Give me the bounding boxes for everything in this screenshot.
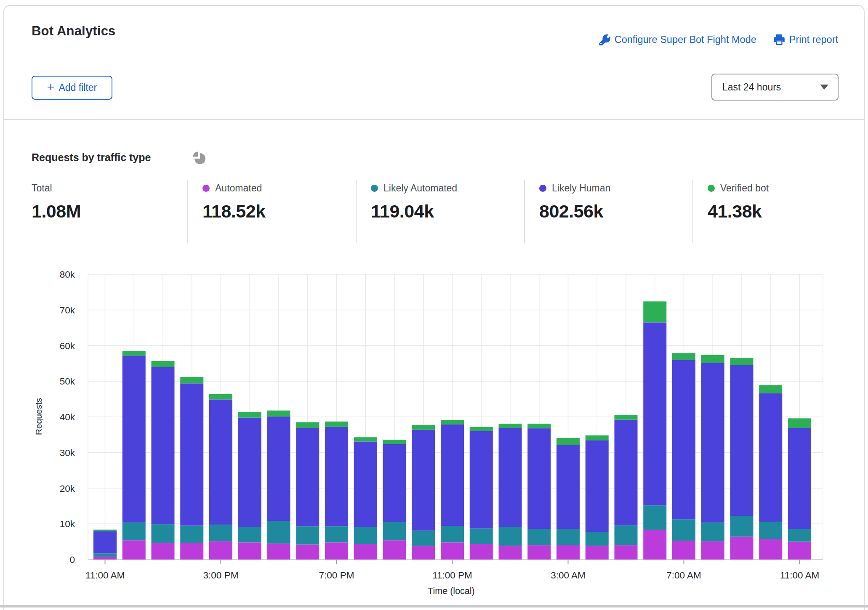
bar-segment-automated-21[interactable] [701, 541, 724, 560]
bar-segment-likely-automated-7[interactable] [296, 526, 319, 544]
bar-segment-likely-human-3[interactable] [180, 383, 203, 525]
bar-segment-likely-automated-13[interactable] [470, 528, 493, 544]
bar-segment-likely-automated-19[interactable] [643, 505, 666, 530]
bar-segment-likely-automated-4[interactable] [209, 525, 232, 541]
bar-segment-likely-human-12[interactable] [441, 424, 464, 526]
bar-segment-likely-human-13[interactable] [470, 431, 493, 528]
bar-segment-verified-bot-8[interactable] [325, 422, 348, 427]
bar-segment-verified-bot-3[interactable] [180, 377, 203, 383]
bar-segment-likely-human-15[interactable] [527, 428, 551, 529]
bar-segment-verified-bot-6[interactable] [267, 411, 290, 416]
bar-segment-likely-human-6[interactable] [267, 416, 290, 521]
bar-segment-automated-5[interactable] [238, 542, 261, 560]
bar-segment-likely-automated-6[interactable] [267, 521, 290, 543]
bar-segment-automated-16[interactable] [556, 545, 580, 560]
bar-segment-verified-bot-0[interactable] [93, 530, 117, 531]
bar-segment-verified-bot-16[interactable] [556, 438, 580, 445]
bar-segment-automated-10[interactable] [383, 540, 406, 560]
bar-segment-likely-automated-1[interactable] [122, 522, 146, 540]
bar-segment-likely-human-21[interactable] [701, 363, 724, 522]
bar-segment-verified-bot-9[interactable] [354, 437, 377, 441]
bar-segment-likely-automated-11[interactable] [412, 530, 435, 546]
bar-segment-verified-bot-10[interactable] [383, 440, 406, 444]
bar-segment-likely-automated-17[interactable] [586, 532, 609, 546]
bar-segment-automated-11[interactable] [412, 546, 435, 560]
bar-segment-verified-bot-24[interactable] [788, 418, 811, 428]
bar-segment-likely-human-11[interactable] [412, 430, 435, 531]
bar-segment-likely-automated-20[interactable] [672, 519, 695, 541]
bar-segment-likely-automated-21[interactable] [701, 522, 724, 541]
bar-segment-verified-bot-20[interactable] [672, 353, 695, 360]
bar-segment-automated-0[interactable] [93, 557, 117, 560]
bar-segment-likely-human-23[interactable] [759, 393, 782, 522]
bar-segment-verified-bot-15[interactable] [527, 424, 551, 428]
bar-segment-verified-bot-17[interactable] [586, 435, 609, 440]
bar-segment-likely-automated-9[interactable] [354, 527, 377, 544]
bar-segment-verified-bot-11[interactable] [412, 425, 435, 430]
bar-segment-likely-automated-23[interactable] [759, 522, 782, 539]
bar-segment-likely-automated-3[interactable] [180, 525, 203, 543]
bar-segment-likely-human-24[interactable] [788, 428, 811, 529]
bar-segment-automated-12[interactable] [441, 542, 464, 560]
bar-segment-likely-automated-14[interactable] [499, 527, 522, 546]
bar-segment-likely-human-2[interactable] [152, 367, 175, 524]
bar-segment-verified-bot-5[interactable] [238, 412, 261, 418]
bar-segment-verified-bot-13[interactable] [470, 427, 493, 431]
bar-segment-verified-bot-7[interactable] [296, 422, 319, 428]
bar-segment-automated-20[interactable] [672, 541, 695, 560]
bar-segment-automated-9[interactable] [354, 544, 377, 560]
bar-segment-verified-bot-22[interactable] [730, 358, 754, 365]
bar-segment-likely-human-5[interactable] [238, 418, 261, 527]
bar-segment-likely-automated-5[interactable] [238, 527, 261, 542]
bar-segment-likely-human-1[interactable] [122, 355, 146, 522]
bar-segment-verified-bot-21[interactable] [701, 355, 724, 363]
bar-segment-automated-23[interactable] [759, 539, 782, 560]
bar-segment-likely-automated-24[interactable] [788, 529, 811, 542]
bar-segment-likely-automated-2[interactable] [152, 524, 175, 543]
bar-segment-automated-17[interactable] [586, 546, 609, 560]
bar-segment-likely-automated-0[interactable] [93, 554, 117, 557]
bar-segment-likely-human-18[interactable] [615, 420, 638, 525]
bar-segment-likely-human-14[interactable] [499, 428, 522, 527]
bar-segment-likely-automated-8[interactable] [325, 526, 348, 542]
bar-segment-verified-bot-12[interactable] [441, 420, 464, 424]
bar-segment-automated-6[interactable] [267, 544, 290, 560]
bar-segment-automated-24[interactable] [788, 542, 811, 560]
bar-segment-verified-bot-23[interactable] [759, 385, 782, 393]
bar-segment-likely-human-19[interactable] [643, 322, 666, 505]
bar-segment-verified-bot-14[interactable] [499, 424, 522, 428]
bar-segment-likely-automated-22[interactable] [730, 516, 754, 537]
bar-segment-likely-automated-15[interactable] [527, 529, 551, 545]
bar-segment-automated-8[interactable] [325, 542, 348, 560]
bar-segment-likely-human-9[interactable] [354, 441, 377, 527]
bar-segment-automated-22[interactable] [730, 537, 754, 560]
bar-segment-automated-13[interactable] [470, 544, 493, 560]
bar-segment-verified-bot-19[interactable] [643, 301, 666, 322]
bar-segment-automated-1[interactable] [122, 540, 146, 560]
bar-segment-likely-human-7[interactable] [296, 428, 319, 526]
bar-segment-automated-3[interactable] [180, 543, 203, 560]
bar-segment-automated-18[interactable] [615, 545, 638, 560]
bar-segment-automated-15[interactable] [527, 545, 551, 560]
bar-segment-likely-human-22[interactable] [730, 365, 754, 516]
bar-segment-likely-human-4[interactable] [209, 399, 232, 524]
bar-segment-likely-human-10[interactable] [383, 444, 406, 522]
bar-segment-automated-2[interactable] [152, 543, 175, 560]
bar-segment-likely-automated-12[interactable] [441, 526, 464, 542]
bar-segment-likely-automated-18[interactable] [615, 525, 638, 545]
bar-segment-verified-bot-18[interactable] [615, 415, 638, 420]
bar-segment-automated-7[interactable] [296, 544, 319, 560]
bar-segment-automated-14[interactable] [499, 546, 522, 560]
bar-segment-likely-human-16[interactable] [556, 445, 580, 529]
bar-segment-verified-bot-2[interactable] [152, 361, 175, 367]
bar-segment-verified-bot-1[interactable] [122, 351, 146, 355]
bar-segment-likely-human-8[interactable] [325, 427, 348, 526]
bar-segment-automated-4[interactable] [209, 541, 232, 560]
bar-segment-automated-19[interactable] [643, 530, 666, 560]
bar-segment-likely-automated-10[interactable] [383, 522, 406, 540]
bar-segment-likely-human-0[interactable] [93, 531, 117, 554]
bar-segment-likely-automated-16[interactable] [556, 529, 580, 545]
bar-segment-likely-human-17[interactable] [586, 440, 609, 532]
bar-segment-likely-human-20[interactable] [672, 360, 695, 519]
bar-segment-verified-bot-4[interactable] [209, 394, 232, 400]
